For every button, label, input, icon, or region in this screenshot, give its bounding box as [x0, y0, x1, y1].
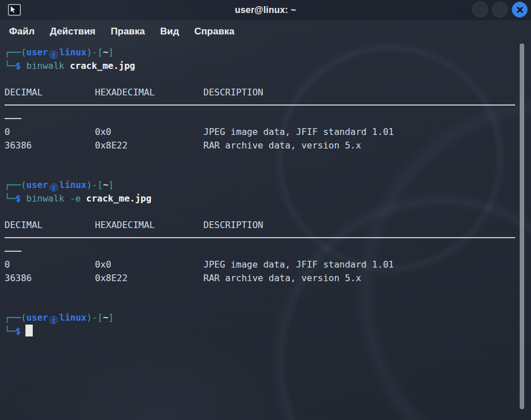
kali-at-icon: @ — [50, 183, 58, 191]
separator-wrap-line — [0, 112, 531, 126]
blank-line — [0, 72, 531, 86]
table-row: 00x0JPEG image data, JFIF standard 1.01 — [0, 258, 531, 272]
prompt-host: linux — [59, 180, 86, 190]
scrollbar-thumb[interactable] — [520, 43, 524, 409]
cell-description: RAR archive data, version 5.x — [203, 272, 361, 285]
header-decimal: DECIMAL — [5, 218, 42, 232]
prompt-corner: ┌──( — [5, 180, 27, 190]
kali-at-icon: @ — [50, 316, 58, 324]
header-decimal: DECIMAL — [5, 86, 42, 99]
cell-decimal: 36386 — [5, 139, 32, 152]
blank-line — [0, 285, 531, 298]
text-cursor — [25, 325, 33, 336]
window-title: user@linux: ~ — [0, 5, 531, 15]
menu-item-edit[interactable]: Правка — [111, 26, 145, 37]
blank-line — [0, 165, 531, 179]
prompt-corner: ┌──( — [5, 312, 27, 323]
command-program: binwalk — [27, 60, 64, 71]
cell-decimal: 0 — [5, 258, 10, 272]
separator-rule — [5, 237, 515, 238]
prompt-dollar-sign: $ — [15, 60, 21, 71]
command-file: crack_me.jpg — [70, 60, 136, 71]
header-description: DESCRIPTION — [203, 218, 263, 232]
maximize-button[interactable] — [492, 2, 508, 18]
prompt-line: ┌──(user@linux)-[~] — [0, 46, 531, 59]
prompt-path: ~ — [103, 47, 108, 58]
blank-line — [0, 152, 531, 165]
header-hexadecimal: HEXADECIMAL — [95, 218, 155, 232]
cell-hexadecimal: 0x0 — [95, 125, 111, 139]
kali-at-icon: @ — [50, 51, 58, 59]
separator-wrap-line — [0, 245, 531, 259]
prompt-corner: └─ — [5, 193, 15, 204]
prompt-user: user — [27, 312, 49, 323]
separator-rule-wrap — [5, 118, 21, 119]
menu-item-view[interactable]: Вид — [160, 26, 180, 37]
cursor-arrow-icon — [10, 6, 18, 14]
titlebar[interactable]: user@linux: ~ — [0, 0, 531, 20]
header-description: DESCRIPTION — [203, 86, 263, 99]
cell-hexadecimal: 0x8E22 — [95, 139, 128, 152]
close-x-icon — [516, 6, 524, 14]
menu-item-file[interactable]: Файл — [9, 26, 34, 37]
command-file: crack_me.jpg — [86, 193, 152, 204]
cell-decimal: 36386 — [5, 272, 32, 285]
prompt-host: linux — [59, 47, 86, 58]
prompt-path: ~ — [103, 312, 108, 323]
prompt-user: user — [27, 180, 49, 190]
command-line-active[interactable]: └─$ — [0, 325, 531, 338]
cell-description: RAR archive data, version 5.x — [203, 139, 361, 152]
prompt-separator: )-[ — [86, 47, 103, 58]
command-line: └─$ binwalk -e crack_me.jpg — [0, 192, 531, 205]
command-line: └─$ binwalk crack_me.jpg — [0, 59, 531, 73]
header-hexadecimal: HEXADECIMAL — [95, 86, 155, 99]
table-header-row: DECIMALHEXADECIMALDESCRIPTION — [0, 218, 531, 232]
table-row: 363860x8E22RAR archive data, version 5.x — [0, 272, 531, 285]
terminal-app-icon — [8, 4, 21, 16]
separator-line — [0, 231, 531, 245]
blank-line — [0, 205, 531, 218]
prompt-dollar — [21, 193, 27, 204]
table-row: 00x0JPEG image data, JFIF standard 1.01 — [0, 125, 531, 139]
separator-line — [0, 99, 531, 112]
prompt-separator: )-[ — [86, 180, 103, 190]
scrollbar[interactable] — [519, 42, 525, 420]
prompt-dollar — [21, 60, 27, 71]
window-controls — [472, 2, 528, 18]
prompt-bracket: ] — [108, 312, 114, 323]
prompt-corner: ┌──( — [5, 47, 27, 58]
terminal-window: user@linux: ~ Файл Действия Правка Вид С… — [0, 0, 531, 420]
table-header-row: DECIMALHEXADECIMALDESCRIPTION — [0, 86, 531, 99]
separator-rule-wrap — [5, 251, 21, 252]
prompt-dollar-sign: $ — [15, 193, 21, 204]
prompt-line: ┌──(user@linux)-[~] — [0, 178, 531, 192]
menubar: Файл Действия Правка Вид Справка — [0, 20, 531, 42]
command-program: binwalk — [27, 193, 64, 204]
blank-line — [0, 298, 531, 312]
cell-description: JPEG image data, JFIF standard 1.01 — [203, 258, 394, 272]
prompt-dollar-sign: $ — [15, 326, 21, 336]
cell-hexadecimal: 0x0 — [95, 258, 111, 272]
separator-rule — [5, 104, 515, 106]
prompt-corner: └─ — [5, 60, 15, 71]
prompt-bracket: ] — [108, 180, 114, 190]
prompt-user: user — [27, 47, 49, 58]
prompt-corner: └─ — [5, 326, 15, 336]
cell-description: JPEG image data, JFIF standard 1.01 — [203, 125, 394, 139]
menu-item-help[interactable]: Справка — [194, 26, 234, 37]
menu-item-actions[interactable]: Действия — [50, 26, 95, 37]
minimize-button[interactable] — [472, 2, 488, 18]
command-flag: -e — [70, 193, 81, 204]
table-row: 363860x8E22RAR archive data, version 5.x — [0, 139, 531, 152]
close-button[interactable] — [512, 2, 528, 18]
prompt-separator: )-[ — [86, 312, 103, 323]
terminal-output[interactable]: ┌──(user@linux)-[~] └─$ binwalk crack_me… — [0, 42, 531, 420]
cell-hexadecimal: 0x8E22 — [95, 272, 128, 285]
prompt-line: ┌──(user@linux)-[~] — [0, 311, 531, 325]
prompt-host: linux — [59, 312, 86, 323]
prompt-path: ~ — [103, 180, 108, 190]
cell-decimal: 0 — [5, 125, 10, 139]
prompt-bracket: ] — [108, 47, 114, 58]
